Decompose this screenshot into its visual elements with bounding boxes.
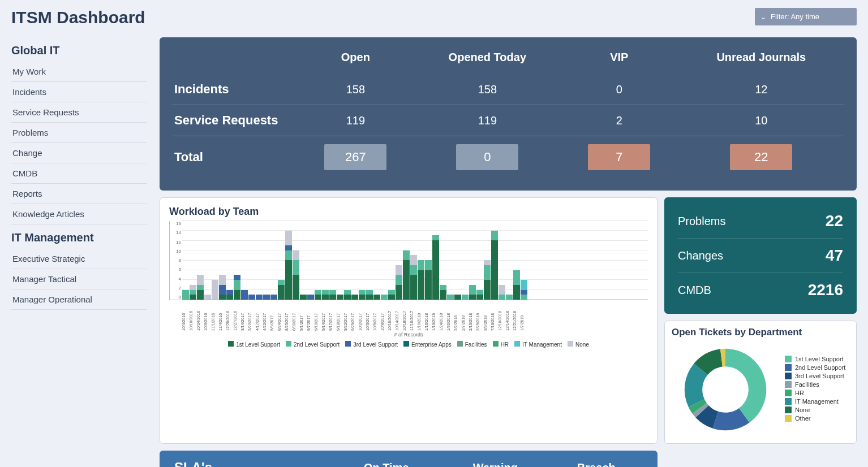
summary-cell: 119 [297,105,415,136]
kpi-value: 22 [826,212,843,230]
open-tickets-donut [672,341,779,438]
chart-bar[interactable] [484,260,491,300]
workload-xaxis-title: # of Records [169,332,648,338]
summary-total-cell[interactable]: 22 [730,144,792,170]
chart-bar[interactable] [418,260,424,300]
filter-dropdown[interactable]: ⌄ Filter: Any time [755,8,857,25]
chart-bar[interactable] [454,295,461,300]
chart-bar[interactable] [381,295,388,300]
chart-bar[interactable] [270,295,277,300]
summary-total-label: Total [172,136,297,179]
chart-bar[interactable] [476,290,483,300]
chart-bar[interactable] [469,285,476,300]
chart-bar[interactable] [182,290,189,300]
sla-panel: SLA'sOn TimeWarningBreach Responses80322… [160,451,658,467]
legend-item: Other [785,415,845,422]
nav-item[interactable]: My Work [11,62,147,82]
chart-bar[interactable] [447,295,454,300]
summary-row-label: Incidents [172,74,297,105]
sla-header: Warning [441,460,549,467]
chart-bar[interactable] [337,295,343,300]
chart-bar[interactable] [241,290,248,300]
chart-bar[interactable] [293,250,299,300]
summary-row-label: Service Requests [172,105,297,136]
chart-bar[interactable] [351,295,358,300]
nav-item[interactable]: Problems [11,123,147,143]
chart-bar[interactable] [322,290,329,300]
nav-item[interactable]: Service Requests [11,102,147,123]
nav-item[interactable]: Change [11,143,147,163]
chart-bar[interactable] [315,290,321,300]
chart-bar[interactable] [388,290,395,300]
legend-item: 2nd Level Support [286,341,340,348]
kpi-value: 2216 [808,281,843,299]
summary-cell: 158 [415,74,560,105]
chart-bar[interactable] [219,275,226,300]
chart-bar[interactable] [234,275,240,300]
chart-bar[interactable] [366,290,373,300]
summary-header: Unread Journals [678,45,844,74]
chart-bar[interactable] [432,235,439,300]
sidebar: Global ITMy WorkIncidentsService Request… [11,37,147,467]
summary-total-cell[interactable]: 0 [456,144,518,170]
summary-panel: OpenOpened TodayVIPUnread Journals Incid… [160,37,857,191]
kpi-label: Changes [678,249,723,262]
nav-item[interactable]: Incidents [11,82,147,102]
legend-item: 3rd Level Support [345,341,398,348]
chart-bar[interactable] [204,295,211,300]
chart-bar[interactable] [190,285,196,300]
chart-bar[interactable] [513,270,520,300]
summary-header: Opened Today [415,45,560,74]
summary-cell: 12 [678,74,844,105]
chart-bar[interactable] [425,260,432,300]
legend-item: 1st Level Support [228,341,280,348]
chart-bar[interactable] [212,280,218,300]
nav-item[interactable]: Executive Strategic [11,249,147,269]
chart-bar[interactable] [329,290,336,300]
summary-cell: 158 [297,74,415,105]
chart-bar[interactable] [396,265,402,300]
chart-bar[interactable] [300,295,307,300]
summary-total-cell[interactable]: 7 [588,144,650,170]
nav-item[interactable]: CMDB [11,163,147,184]
kpi-row[interactable]: Problems22 [678,204,843,239]
chart-bar[interactable] [197,275,204,300]
chart-bar[interactable] [462,295,469,300]
chart-bar[interactable] [226,290,233,300]
nav-heading: IT Management [11,231,147,244]
chart-bar[interactable] [344,290,351,300]
chart-bar[interactable] [359,290,366,300]
kpi-row[interactable]: CMDB2216 [678,273,843,307]
legend-item: IT Management [514,341,562,348]
donut-slice[interactable] [725,349,766,423]
chart-bar[interactable] [491,231,498,300]
nav-item[interactable]: Manager Tactical [11,269,147,289]
legend-item: 3rd Level Support [785,373,845,379]
legend-item: None [785,407,845,413]
summary-total-cell[interactable]: 267 [324,144,386,170]
chart-bar[interactable] [263,295,270,300]
chart-bar[interactable] [440,285,446,300]
chart-bar[interactable] [373,295,380,300]
filter-label: Filter: Any time [771,12,819,21]
chart-bar[interactable] [410,255,417,300]
nav-heading: Global IT [11,44,147,57]
nav-item[interactable]: Knowledge Articles [11,204,147,224]
chart-bar[interactable] [506,295,513,300]
chart-bar[interactable] [521,280,527,300]
chart-bar[interactable] [403,250,410,300]
kpi-row[interactable]: Changes47 [678,239,843,273]
summary-cell: 2 [560,105,678,136]
chart-bar[interactable] [285,231,292,300]
open-tickets-title: Open Tickets by Department [672,327,849,338]
nav-item[interactable]: Manager Operational [11,289,147,310]
chart-bar[interactable] [499,285,505,300]
summary-header: Open [297,45,415,74]
legend-item: None [568,341,589,348]
chart-bar[interactable] [248,295,255,300]
chart-bar[interactable] [256,295,263,300]
nav-item[interactable]: Reports [11,184,147,204]
chart-bar[interactable] [278,280,285,300]
sla-title: SLA's [174,460,332,467]
chart-bar[interactable] [307,295,314,300]
